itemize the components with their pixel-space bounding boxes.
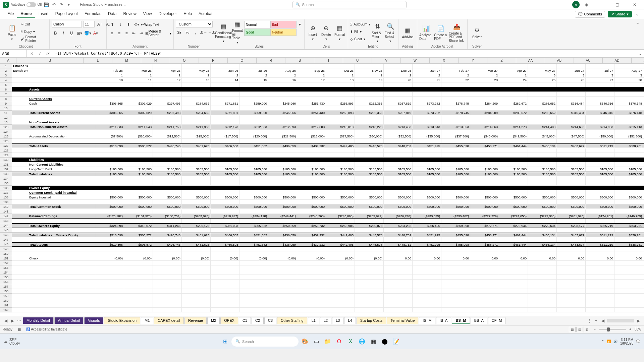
row-header-151[interactable]: 151	[0, 256, 12, 261]
cell[interactable]: $185,500	[124, 172, 153, 176]
cell[interactable]	[95, 209, 124, 214]
row-header-150[interactable]: 150	[0, 251, 12, 256]
document-title[interactable]: Fitness Studio Franchises ⌄	[80, 2, 127, 7]
cell[interactable]	[326, 275, 355, 279]
cell[interactable]: $185,500	[528, 167, 557, 171]
cell[interactable]: $500,000	[557, 195, 586, 199]
minimize-button[interactable]: —	[593, 1, 606, 8]
cell[interactable]	[28, 78, 95, 82]
cell[interactable]: $500,000	[499, 204, 528, 209]
col-header-V[interactable]: V	[372, 58, 401, 63]
excel-taskbar-icon[interactable]: X	[345, 337, 356, 347]
cell[interactable]	[95, 270, 124, 275]
cell[interactable]	[557, 64, 586, 68]
cell[interactable]	[239, 158, 268, 162]
sheet-tab-is--a[interactable]: IS- A	[436, 317, 451, 324]
cell[interactable]	[268, 115, 297, 120]
cell[interactable]: Oct-26	[326, 68, 355, 73]
cell[interactable]	[614, 289, 643, 293]
cell[interactable]	[124, 139, 153, 143]
cell[interactable]	[12, 228, 28, 232]
close-button[interactable]: ✕	[628, 1, 641, 8]
cell[interactable]	[297, 284, 326, 289]
cell[interactable]: $510,398	[95, 233, 124, 237]
cell[interactable]	[586, 162, 614, 167]
cell[interactable]: $500,000	[239, 195, 268, 199]
cell[interactable]	[153, 148, 182, 153]
cell[interactable]	[326, 97, 355, 101]
cell[interactable]: Apr-26	[153, 68, 182, 73]
cell[interactable]: $185,500	[614, 172, 643, 176]
cell[interactable]: $185,500	[413, 167, 441, 171]
cell[interactable]	[297, 129, 326, 134]
cell[interactable]	[124, 97, 153, 101]
cell[interactable]: ($203,875)	[182, 214, 211, 218]
cell[interactable]	[297, 294, 326, 298]
cell[interactable]	[12, 97, 28, 101]
cell[interactable]	[413, 247, 441, 251]
cell[interactable]	[470, 298, 499, 303]
app-icon-3[interactable]: 📝	[391, 337, 401, 347]
cell[interactable]	[557, 303, 586, 307]
cell[interactable]: $185,500	[268, 172, 297, 176]
cell[interactable]: $214,273	[499, 125, 528, 129]
cell[interactable]	[441, 261, 470, 265]
cell[interactable]	[182, 153, 211, 157]
cell[interactable]: 0.00	[384, 256, 413, 260]
cell[interactable]: 1	[153, 73, 182, 77]
cell[interactable]: (0.00)	[326, 256, 355, 260]
cell[interactable]	[528, 64, 557, 68]
cell[interactable]	[413, 265, 441, 270]
cell[interactable]	[413, 64, 441, 68]
cell[interactable]	[557, 308, 586, 312]
cell[interactable]: (0.00)	[153, 256, 182, 260]
cell[interactable]: Jul-27	[586, 68, 614, 73]
cell[interactable]	[297, 190, 326, 195]
cell[interactable]	[384, 219, 413, 223]
cell[interactable]	[384, 270, 413, 275]
cell[interactable]	[557, 237, 586, 242]
cell[interactable]	[557, 82, 586, 87]
cell[interactable]: $442,405	[326, 243, 355, 246]
cell[interactable]: $451,382	[239, 144, 268, 148]
row-header-133[interactable]: 133	[0, 172, 12, 176]
tray-chevron-icon[interactable]: ⌃	[601, 340, 604, 343]
cell[interactable]	[95, 186, 124, 190]
cell[interactable]: 12	[153, 78, 182, 82]
cell[interactable]: $461,444	[499, 243, 528, 246]
cell[interactable]	[211, 64, 239, 68]
cell[interactable]: Mar-27	[470, 68, 499, 73]
cell[interactable]: Total Assets	[28, 243, 95, 246]
cell[interactable]: ($52,500)	[614, 134, 643, 138]
cell[interactable]	[297, 270, 326, 275]
cell[interactable]	[28, 284, 95, 289]
cell[interactable]	[153, 303, 182, 307]
cell[interactable]	[470, 148, 499, 153]
cell[interactable]: $266,425	[413, 224, 441, 228]
cell[interactable]	[268, 247, 297, 251]
cell[interactable]	[153, 308, 182, 312]
cell[interactable]	[239, 209, 268, 214]
cell[interactable]	[557, 186, 586, 190]
cell[interactable]: $458,271	[470, 243, 499, 246]
cell[interactable]	[153, 190, 182, 195]
cell[interactable]	[12, 144, 28, 148]
create-pdf-share-button[interactable]: 📤Create a PDF and Share link	[449, 21, 465, 44]
cell[interactable]: $185,500	[297, 172, 326, 176]
cell[interactable]	[239, 298, 268, 303]
col-header-O[interactable]: O	[170, 58, 199, 63]
cell[interactable]: $212,593	[268, 125, 297, 129]
cell[interactable]	[12, 120, 28, 124]
cell[interactable]: $245,966	[268, 101, 297, 106]
cell[interactable]	[557, 270, 586, 275]
cell[interactable]	[12, 219, 28, 223]
cell[interactable]	[12, 82, 28, 87]
sheet-tab-c1[interactable]: C1	[239, 317, 251, 324]
cell[interactable]: $448,752	[384, 243, 413, 246]
cell[interactable]: $500,000	[528, 195, 557, 199]
weather-widget[interactable]: ☁ 22°FCloudy	[4, 338, 20, 345]
row-header-142[interactable]: 142	[0, 214, 12, 219]
menu-developer[interactable]: Developer	[155, 10, 180, 18]
cell[interactable]	[355, 181, 384, 185]
cell[interactable]	[211, 97, 239, 101]
